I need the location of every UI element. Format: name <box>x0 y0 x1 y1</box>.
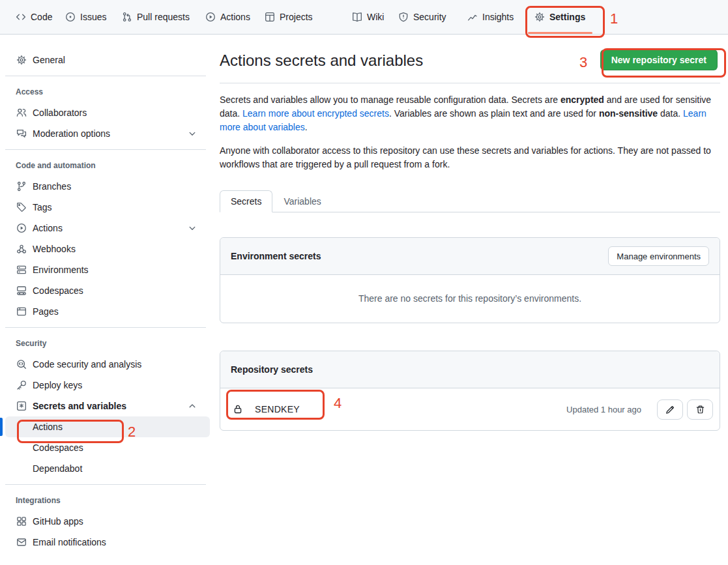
sidebar-item-moderation-options[interactable]: Moderation options <box>5 123 210 144</box>
intro-paragraph-1: Secrets and variables allow you to manag… <box>220 93 720 134</box>
sidebar-item-label: Collaborators <box>33 108 87 118</box>
sidebar-item-actions[interactable]: Actions <box>5 416 210 437</box>
server-icon <box>16 265 27 275</box>
apps-icon <box>16 516 27 527</box>
annotation-number-2: 2 <box>128 424 136 440</box>
gear-icon <box>16 55 27 65</box>
codespaces-icon <box>16 285 27 296</box>
nav-tab-projects[interactable]: Projects <box>265 0 313 34</box>
key-asterisk-icon <box>16 401 27 411</box>
pull-request-icon <box>122 12 132 22</box>
sidebar-section-code-and-automation: Code and automation <box>0 160 215 171</box>
sidebar-item-environments[interactable]: Environments <box>5 259 210 280</box>
selected-indicator <box>0 418 3 436</box>
nav-tab-label: Security <box>413 12 446 22</box>
sidebar-item-label: Codespaces <box>33 285 83 296</box>
edit-secret-button[interactable] <box>657 399 683 420</box>
sidebar-item-pages[interactable]: Pages <box>5 301 210 322</box>
sidebar-item-dependabot[interactable]: Dependabot <box>5 458 210 479</box>
sidebar-item-collaborators[interactable]: Collaborators <box>5 102 210 123</box>
intro-paragraph-2: Anyone with collaborator access to this … <box>220 144 720 171</box>
graph-icon <box>467 12 478 22</box>
play-icon <box>16 223 27 233</box>
page-header: Actions secrets and variables New reposi… <box>220 35 720 83</box>
new-repository-secret-button[interactable]: New repository secret <box>600 50 718 70</box>
nav-tab-pull-requests[interactable]: Pull requests <box>122 0 190 34</box>
sidebar-item-label: Deploy keys <box>33 380 82 390</box>
sidebar-divider <box>5 76 206 76</box>
sidebar-item-actions[interactable]: Actions <box>5 218 210 239</box>
nav-tab-label: Projects <box>280 12 313 22</box>
secrets-variables-tabnav: Secrets Variables <box>220 190 720 212</box>
sidebar-section-security: Security <box>0 338 215 349</box>
annotation-number-1: 1 <box>610 11 618 27</box>
people-icon <box>16 108 27 118</box>
intro-bold-non-sensitive: non-sensitive <box>599 108 658 119</box>
nav-tab-label: Insights <box>482 12 514 22</box>
environment-secrets-title: Environment secrets <box>231 251 321 261</box>
nav-tab-insights[interactable]: Insights <box>467 0 514 34</box>
sidebar-divider <box>5 484 206 485</box>
sidebar-item-deploy-keys[interactable]: Deploy keys <box>5 375 210 396</box>
nav-tab-issues[interactable]: Issues <box>65 0 106 34</box>
sidebar-item-webhooks[interactable]: Webhooks <box>5 239 210 259</box>
comment-discussion-icon <box>16 128 27 139</box>
sidebar-item-label: Codespaces <box>33 442 83 453</box>
sidebar-item-email-notifications[interactable]: Email notifications <box>5 532 210 553</box>
sidebar-divider <box>5 327 206 328</box>
sidebar-item-code-security-and-analysis[interactable]: Code security and analysis <box>5 354 210 375</box>
nav-tab-security[interactable]: Security <box>398 0 446 34</box>
sidebar-item-label: Tags <box>33 202 52 212</box>
nav-tab-settings[interactable]: Settings <box>534 0 585 34</box>
sidebar-section-access: Access <box>0 87 215 97</box>
play-icon <box>205 12 216 22</box>
manage-environments-button[interactable]: Manage environments <box>608 246 709 266</box>
nav-tab-wiki[interactable]: Wiki <box>352 0 384 34</box>
learn-more-encrypted-secrets-link[interactable]: Learn more about encrypted secrets <box>242 108 389 119</box>
sidebar-item-general[interactable]: General <box>5 50 210 70</box>
nav-tab-code[interactable]: Code <box>16 0 52 34</box>
nav-tab-label: Pull requests <box>137 12 190 22</box>
delete-secret-button[interactable] <box>687 399 713 420</box>
sidebar-item-secrets-and-variables[interactable]: Secrets and variables <box>5 396 210 416</box>
book-icon <box>352 12 362 22</box>
sidebar-item-label: Actions <box>33 223 63 233</box>
sidebar-item-label: Webhooks <box>33 244 76 254</box>
annotation-number-3: 3 <box>579 55 587 70</box>
sidebar-item-label: GitHub apps <box>33 516 83 527</box>
nav-tab-actions[interactable]: Actions <box>205 0 250 34</box>
settings-sidebar: GeneralAccessCollaboratorsModeration opt… <box>0 35 215 553</box>
intro-text-segment: . Variables are shown as plain text and … <box>389 108 599 119</box>
mail-icon <box>16 537 27 547</box>
sidebar-item-label: Code security and analysis <box>33 359 141 369</box>
annotation-number-4: 4 <box>334 396 342 411</box>
repository-secrets-card: Repository secrets SENDKEY Updated 1 hou… <box>220 351 720 431</box>
key-icon <box>16 380 27 390</box>
pencil-icon <box>665 405 675 414</box>
nav-tab-label: Issues <box>80 12 106 22</box>
sidebar-item-github-apps[interactable]: GitHub apps <box>5 511 210 532</box>
sidebar-item-codespaces[interactable]: Codespaces <box>5 437 210 458</box>
repository-secrets-title: Repository secrets <box>231 364 313 375</box>
intro-bold-encrypted: encrypted <box>561 94 604 105</box>
sidebar-item-label: Branches <box>33 181 71 192</box>
sidebar-item-branches[interactable]: Branches <box>5 176 210 197</box>
browser-icon <box>16 306 27 317</box>
sidebar-item-label: Moderation options <box>33 128 110 139</box>
sidebar-item-label: Email notifications <box>33 537 106 547</box>
nav-tab-label: Settings <box>549 12 585 22</box>
sidebar-item-tags[interactable]: Tags <box>5 197 210 218</box>
intro-text-segment: . <box>305 122 308 132</box>
sidebar-item-codespaces[interactable]: Codespaces <box>5 280 210 301</box>
trash-icon <box>695 405 705 414</box>
git-branch-icon <box>16 181 27 192</box>
tab-secrets[interactable]: Secrets <box>220 190 272 212</box>
secret-updated-time: Updated 1 hour ago <box>566 405 641 414</box>
chevron-up-icon <box>187 401 197 411</box>
secret-row: SENDKEY Updated 1 hour ago <box>220 388 720 430</box>
tab-variables[interactable]: Variables <box>272 190 332 212</box>
repo-nav: CodeIssuesPull requestsActionsProjectsWi… <box>0 0 728 35</box>
nav-tab-label: Code <box>31 12 52 22</box>
sidebar-item-label: Pages <box>33 306 59 317</box>
chevron-down-icon <box>187 128 197 139</box>
